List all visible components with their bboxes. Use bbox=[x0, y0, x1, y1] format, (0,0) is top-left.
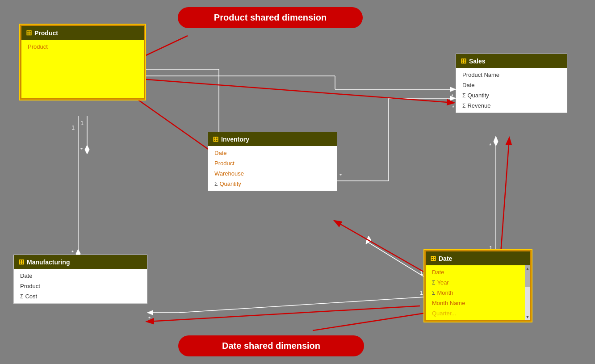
svg-text:1: 1 bbox=[420, 289, 423, 296]
callout-date-shared-dimension: Date shared dimension bbox=[178, 335, 364, 356]
inventory-field-date: Date bbox=[208, 148, 337, 158]
product-table-header: ⊞ Product bbox=[21, 26, 144, 40]
svg-text:*: * bbox=[148, 315, 151, 322]
svg-text:*: * bbox=[452, 104, 454, 111]
product-table-card: ⊞ Product Product bbox=[20, 25, 145, 100]
callout-date-label: Date shared dimension bbox=[222, 341, 320, 351]
date-field-year: Σ Year bbox=[426, 277, 530, 288]
sales-table-body: Product Name Date Σ Quantity Σ Revenue bbox=[456, 68, 567, 113]
svg-line-40 bbox=[500, 138, 509, 259]
manufacturing-table-title: Manufacturing bbox=[27, 259, 70, 266]
inventory-table-header: ⊞ Inventory bbox=[208, 132, 337, 146]
svg-text:1: 1 bbox=[71, 124, 75, 131]
manufacturing-table-body: Date Product Σ Cost bbox=[14, 269, 147, 303]
sales-field-revenue: Σ Revenue bbox=[456, 100, 567, 111]
svg-text:*: * bbox=[339, 172, 342, 179]
svg-marker-16 bbox=[450, 87, 456, 92]
date-table-body: Date Σ Year Σ Month Month Name Quarter..… bbox=[426, 265, 530, 320]
svg-marker-34 bbox=[147, 310, 153, 315]
callout-product-label: Product shared dimension bbox=[214, 13, 327, 22]
svg-marker-1 bbox=[85, 145, 89, 154]
manufacturing-table-card: ⊞ Manufacturing Date Product Σ Cost bbox=[13, 255, 147, 304]
manufacturing-field-product: Product bbox=[14, 281, 147, 291]
date-field-date: Date bbox=[426, 267, 530, 277]
svg-line-42 bbox=[313, 310, 442, 331]
grid-icon-sales: ⊞ bbox=[461, 57, 466, 65]
sales-table-card: ⊞ Sales Product Name Date Σ Quantity Σ R… bbox=[456, 54, 567, 113]
date-table-title: Date bbox=[439, 255, 452, 262]
svg-text:1: 1 bbox=[80, 120, 84, 126]
grid-icon-date: ⊞ bbox=[430, 254, 436, 263]
product-table-body: Product bbox=[21, 40, 144, 98]
svg-line-32 bbox=[179, 297, 424, 313]
callout-product-shared-dimension: Product shared dimension bbox=[178, 7, 363, 28]
grid-icon-product: ⊞ bbox=[26, 29, 32, 37]
svg-line-43 bbox=[147, 306, 420, 322]
svg-text:*: * bbox=[80, 146, 83, 153]
svg-marker-22 bbox=[450, 96, 456, 100]
grid-icon-inventory: ⊞ bbox=[213, 135, 218, 143]
date-field-month: Σ Month bbox=[426, 288, 530, 298]
svg-marker-26 bbox=[494, 136, 498, 146]
date-table-header: ⊞ Date bbox=[426, 251, 530, 265]
grid-icon-manufacturing: ⊞ bbox=[18, 258, 24, 266]
scroll-down-icon[interactable]: ▼ bbox=[525, 314, 530, 319]
manufacturing-table-header: ⊞ Manufacturing bbox=[14, 255, 147, 269]
svg-text:*: * bbox=[489, 142, 491, 149]
svg-line-29 bbox=[366, 241, 424, 277]
inventory-field-quantity: Σ Quantity bbox=[208, 179, 337, 189]
svg-marker-30 bbox=[366, 236, 371, 244]
product-table-title: Product bbox=[34, 29, 58, 37]
sales-table-title: Sales bbox=[469, 58, 486, 65]
svg-line-38 bbox=[130, 78, 453, 103]
svg-line-41 bbox=[335, 221, 429, 275]
inventory-field-warehouse: Warehouse bbox=[208, 168, 337, 179]
sales-table-header: ⊞ Sales bbox=[456, 54, 567, 68]
inventory-table-body: Date Product Warehouse Σ Quantity bbox=[208, 146, 337, 191]
manufacturing-field-cost: Σ Cost bbox=[14, 291, 147, 301]
sales-field-date: Date bbox=[456, 80, 567, 90]
svg-text:1: 1 bbox=[420, 269, 423, 276]
sales-field-product-name: Product Name bbox=[456, 70, 567, 80]
inventory-table-title: Inventory bbox=[221, 136, 249, 143]
date-field-quarter: Quarter... bbox=[426, 308, 530, 318]
svg-text:*: * bbox=[451, 93, 453, 100]
sales-field-quantity: Σ Quantity bbox=[456, 90, 567, 100]
product-field-product: Product bbox=[21, 42, 144, 52]
manufacturing-field-date: Date bbox=[14, 271, 147, 281]
date-field-month-name: Month Name bbox=[426, 298, 530, 308]
scroll-up-icon[interactable]: ▲ bbox=[525, 266, 530, 271]
inventory-table-card: ⊞ Inventory Date Product Warehouse Σ Qua… bbox=[208, 132, 337, 191]
date-table-card: ⊞ Date Date Σ Year Σ Month Month Name Qu… bbox=[424, 250, 532, 322]
inventory-field-product: Product bbox=[208, 158, 337, 168]
